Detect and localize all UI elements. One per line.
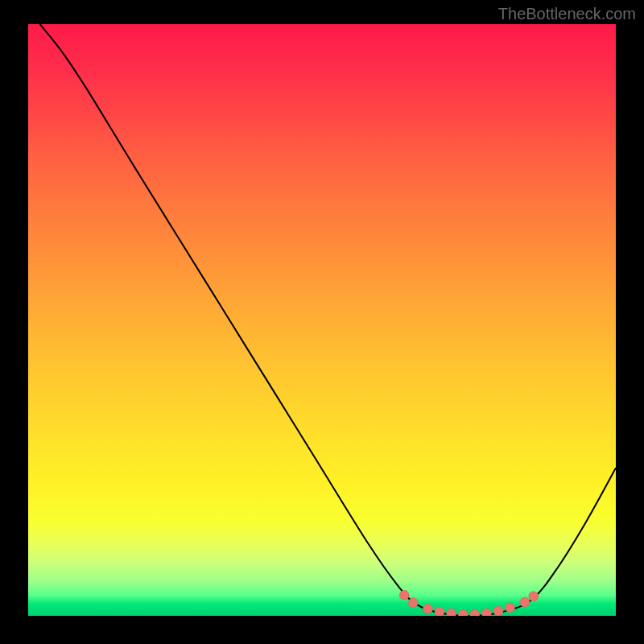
watermark-text: TheBottleneck.com (498, 5, 636, 23)
data-marker (493, 606, 503, 616)
data-marker (423, 604, 432, 613)
markers-group (399, 590, 539, 616)
data-marker (506, 603, 515, 613)
data-marker (435, 607, 444, 616)
curve-line (40, 24, 616, 616)
data-marker (481, 609, 491, 616)
data-marker (447, 609, 456, 616)
data-marker (399, 590, 409, 600)
data-marker (458, 610, 468, 617)
data-marker (520, 597, 530, 607)
chart-plot-area (28, 24, 616, 616)
data-marker (529, 592, 539, 601)
chart-svg (28, 24, 616, 616)
data-marker (408, 598, 418, 608)
data-marker (470, 610, 480, 617)
